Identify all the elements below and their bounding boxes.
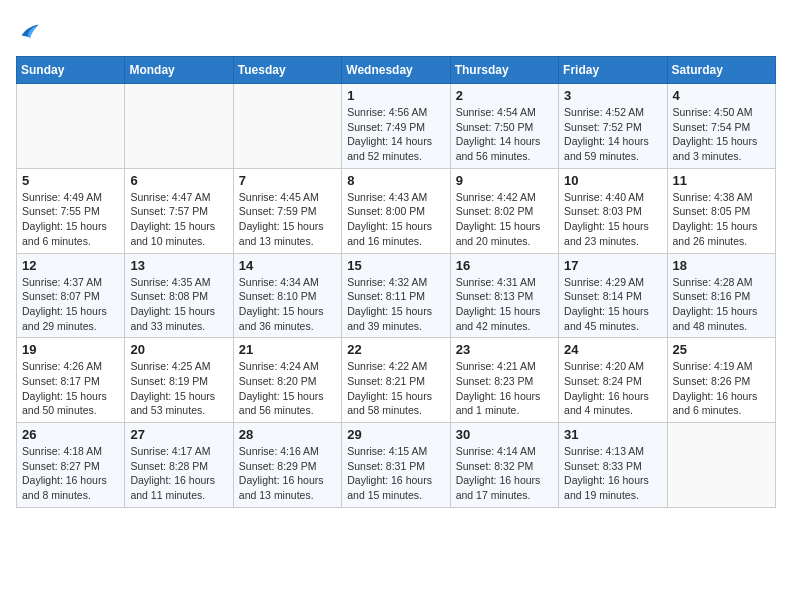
weekday-header: Friday [559,57,667,84]
day-info: Sunrise: 4:17 AM Sunset: 8:28 PM Dayligh… [130,444,227,503]
day-number: 1 [347,88,444,103]
calendar-cell: 18Sunrise: 4:28 AM Sunset: 8:16 PM Dayli… [667,253,775,338]
calendar-cell: 24Sunrise: 4:20 AM Sunset: 8:24 PM Dayli… [559,338,667,423]
calendar-cell: 14Sunrise: 4:34 AM Sunset: 8:10 PM Dayli… [233,253,341,338]
day-info: Sunrise: 4:47 AM Sunset: 7:57 PM Dayligh… [130,190,227,249]
day-number: 6 [130,173,227,188]
day-info: Sunrise: 4:50 AM Sunset: 7:54 PM Dayligh… [673,105,770,164]
day-number: 22 [347,342,444,357]
day-number: 25 [673,342,770,357]
day-info: Sunrise: 4:28 AM Sunset: 8:16 PM Dayligh… [673,275,770,334]
calendar-cell: 2Sunrise: 4:54 AM Sunset: 7:50 PM Daylig… [450,84,558,169]
calendar-cell [125,84,233,169]
day-number: 24 [564,342,661,357]
day-number: 21 [239,342,336,357]
day-info: Sunrise: 4:22 AM Sunset: 8:21 PM Dayligh… [347,359,444,418]
day-number: 17 [564,258,661,273]
calendar-cell: 31Sunrise: 4:13 AM Sunset: 8:33 PM Dayli… [559,423,667,508]
calendar-cell [17,84,125,169]
calendar-cell: 25Sunrise: 4:19 AM Sunset: 8:26 PM Dayli… [667,338,775,423]
calendar-cell: 15Sunrise: 4:32 AM Sunset: 8:11 PM Dayli… [342,253,450,338]
day-info: Sunrise: 4:54 AM Sunset: 7:50 PM Dayligh… [456,105,553,164]
day-number: 30 [456,427,553,442]
weekday-header: Thursday [450,57,558,84]
day-number: 27 [130,427,227,442]
calendar-cell: 20Sunrise: 4:25 AM Sunset: 8:19 PM Dayli… [125,338,233,423]
calendar-cell: 30Sunrise: 4:14 AM Sunset: 8:32 PM Dayli… [450,423,558,508]
day-number: 29 [347,427,444,442]
day-info: Sunrise: 4:34 AM Sunset: 8:10 PM Dayligh… [239,275,336,334]
day-number: 16 [456,258,553,273]
logo-bird-icon [16,16,44,44]
day-number: 26 [22,427,119,442]
calendar-cell [233,84,341,169]
calendar-cell: 13Sunrise: 4:35 AM Sunset: 8:08 PM Dayli… [125,253,233,338]
day-info: Sunrise: 4:42 AM Sunset: 8:02 PM Dayligh… [456,190,553,249]
calendar-cell: 21Sunrise: 4:24 AM Sunset: 8:20 PM Dayli… [233,338,341,423]
day-info: Sunrise: 4:14 AM Sunset: 8:32 PM Dayligh… [456,444,553,503]
day-info: Sunrise: 4:35 AM Sunset: 8:08 PM Dayligh… [130,275,227,334]
day-number: 31 [564,427,661,442]
day-number: 12 [22,258,119,273]
day-info: Sunrise: 4:56 AM Sunset: 7:49 PM Dayligh… [347,105,444,164]
weekday-header: Monday [125,57,233,84]
calendar-cell: 3Sunrise: 4:52 AM Sunset: 7:52 PM Daylig… [559,84,667,169]
calendar-cell: 12Sunrise: 4:37 AM Sunset: 8:07 PM Dayli… [17,253,125,338]
calendar-table: SundayMondayTuesdayWednesdayThursdayFrid… [16,56,776,508]
day-number: 19 [22,342,119,357]
day-number: 3 [564,88,661,103]
day-number: 9 [456,173,553,188]
day-info: Sunrise: 4:21 AM Sunset: 8:23 PM Dayligh… [456,359,553,418]
day-info: Sunrise: 4:52 AM Sunset: 7:52 PM Dayligh… [564,105,661,164]
calendar-cell: 23Sunrise: 4:21 AM Sunset: 8:23 PM Dayli… [450,338,558,423]
calendar-cell: 11Sunrise: 4:38 AM Sunset: 8:05 PM Dayli… [667,168,775,253]
day-number: 15 [347,258,444,273]
day-number: 14 [239,258,336,273]
day-info: Sunrise: 4:16 AM Sunset: 8:29 PM Dayligh… [239,444,336,503]
calendar-cell: 27Sunrise: 4:17 AM Sunset: 8:28 PM Dayli… [125,423,233,508]
calendar-cell: 26Sunrise: 4:18 AM Sunset: 8:27 PM Dayli… [17,423,125,508]
calendar-week-row: 19Sunrise: 4:26 AM Sunset: 8:17 PM Dayli… [17,338,776,423]
day-info: Sunrise: 4:24 AM Sunset: 8:20 PM Dayligh… [239,359,336,418]
day-number: 23 [456,342,553,357]
day-number: 13 [130,258,227,273]
calendar-cell: 4Sunrise: 4:50 AM Sunset: 7:54 PM Daylig… [667,84,775,169]
calendar-header-row: SundayMondayTuesdayWednesdayThursdayFrid… [17,57,776,84]
calendar-cell: 29Sunrise: 4:15 AM Sunset: 8:31 PM Dayli… [342,423,450,508]
calendar-cell: 5Sunrise: 4:49 AM Sunset: 7:55 PM Daylig… [17,168,125,253]
weekday-header: Tuesday [233,57,341,84]
day-number: 7 [239,173,336,188]
calendar-cell: 8Sunrise: 4:43 AM Sunset: 8:00 PM Daylig… [342,168,450,253]
day-info: Sunrise: 4:38 AM Sunset: 8:05 PM Dayligh… [673,190,770,249]
calendar-cell: 10Sunrise: 4:40 AM Sunset: 8:03 PM Dayli… [559,168,667,253]
day-info: Sunrise: 4:37 AM Sunset: 8:07 PM Dayligh… [22,275,119,334]
day-number: 28 [239,427,336,442]
day-info: Sunrise: 4:19 AM Sunset: 8:26 PM Dayligh… [673,359,770,418]
day-info: Sunrise: 4:29 AM Sunset: 8:14 PM Dayligh… [564,275,661,334]
day-number: 20 [130,342,227,357]
calendar-week-row: 26Sunrise: 4:18 AM Sunset: 8:27 PM Dayli… [17,423,776,508]
day-info: Sunrise: 4:31 AM Sunset: 8:13 PM Dayligh… [456,275,553,334]
calendar-week-row: 12Sunrise: 4:37 AM Sunset: 8:07 PM Dayli… [17,253,776,338]
calendar-cell [667,423,775,508]
day-info: Sunrise: 4:20 AM Sunset: 8:24 PM Dayligh… [564,359,661,418]
day-number: 11 [673,173,770,188]
day-number: 10 [564,173,661,188]
calendar-cell: 7Sunrise: 4:45 AM Sunset: 7:59 PM Daylig… [233,168,341,253]
day-number: 18 [673,258,770,273]
calendar-cell: 6Sunrise: 4:47 AM Sunset: 7:57 PM Daylig… [125,168,233,253]
day-info: Sunrise: 4:26 AM Sunset: 8:17 PM Dayligh… [22,359,119,418]
weekday-header: Sunday [17,57,125,84]
day-info: Sunrise: 4:13 AM Sunset: 8:33 PM Dayligh… [564,444,661,503]
calendar-cell: 1Sunrise: 4:56 AM Sunset: 7:49 PM Daylig… [342,84,450,169]
logo [16,16,48,44]
calendar-cell: 17Sunrise: 4:29 AM Sunset: 8:14 PM Dayli… [559,253,667,338]
page-header [16,16,776,44]
calendar-cell: 19Sunrise: 4:26 AM Sunset: 8:17 PM Dayli… [17,338,125,423]
calendar-cell: 28Sunrise: 4:16 AM Sunset: 8:29 PM Dayli… [233,423,341,508]
day-info: Sunrise: 4:15 AM Sunset: 8:31 PM Dayligh… [347,444,444,503]
day-number: 5 [22,173,119,188]
day-info: Sunrise: 4:40 AM Sunset: 8:03 PM Dayligh… [564,190,661,249]
weekday-header: Wednesday [342,57,450,84]
calendar-cell: 22Sunrise: 4:22 AM Sunset: 8:21 PM Dayli… [342,338,450,423]
